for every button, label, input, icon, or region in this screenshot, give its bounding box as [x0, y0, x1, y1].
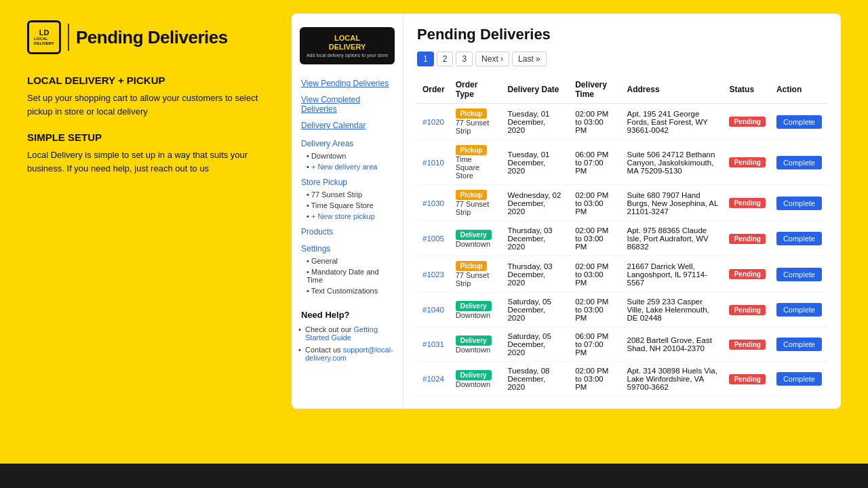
- cell-time: 02:00 PM to 03:00 PM: [570, 293, 621, 327]
- cell-status: Pending: [724, 185, 770, 222]
- cell-order: #1005: [417, 222, 450, 256]
- cell-time: 02:00 PM to 03:00 PM: [570, 185, 621, 222]
- type-badge: Delivery: [456, 336, 492, 346]
- cell-date: Saturday, 05 December, 2020: [502, 293, 570, 327]
- status-badge: Pending: [729, 198, 765, 208]
- table-row: #1005 Delivery Downtown Thursday, 03 Dec…: [417, 222, 827, 256]
- cell-address: Apt. 314 30898 Huels Via, Lake Winfordsh…: [622, 362, 724, 396]
- col-order: Order: [417, 76, 450, 104]
- pagination: 1 2 3 Next › Last »: [417, 52, 827, 66]
- type-location: 77 Sunset Strip: [456, 200, 490, 216]
- cell-type: Pickup Time Square Store: [450, 140, 502, 185]
- complete-button[interactable]: Complete: [776, 268, 822, 281]
- order-link[interactable]: #1020: [422, 118, 444, 126]
- cell-order: #1020: [417, 104, 450, 140]
- cell-action: Complete: [771, 362, 827, 396]
- col-address: Address: [622, 76, 724, 104]
- help-item-contact: Contact us support@local-delivery.com: [301, 346, 393, 362]
- cell-time: 02:00 PM to 03:00 PM: [570, 362, 621, 396]
- complete-button[interactable]: Complete: [776, 338, 822, 351]
- sidebar-item-new-store-pickup: • + New store pickup: [292, 211, 403, 222]
- cell-action: Complete: [771, 140, 827, 185]
- order-link[interactable]: #1030: [422, 199, 444, 207]
- section-title-2: SIMPLE SETUP: [27, 131, 271, 143]
- table-row: #1040 Delivery Downtown Saturday, 05 Dec…: [417, 293, 827, 327]
- page-btn-1[interactable]: 1: [417, 52, 434, 66]
- cell-order: #1040: [417, 293, 450, 327]
- order-link[interactable]: #1031: [422, 340, 444, 348]
- section-simple-setup: SIMPLE SETUP Local Delivery is simple to…: [27, 131, 271, 175]
- order-link[interactable]: #1040: [422, 306, 444, 314]
- cell-address: Suite 506 24712 Bethann Canyon, Jaskolsk…: [622, 140, 724, 185]
- table-row: #1020 Pickup 77 Sunset Strip Tuesday, 01…: [417, 104, 827, 140]
- table-row: #1024 Delivery Downtown Tuesday, 08 Dece…: [417, 362, 827, 396]
- sidebar-section-products[interactable]: Products: [292, 222, 403, 239]
- type-location: Downtown: [456, 346, 490, 354]
- cell-action: Complete: [771, 256, 827, 293]
- sidebar-item-completed-deliveries[interactable]: View Completed Deliveries: [292, 92, 403, 117]
- col-action: Action: [771, 76, 827, 104]
- page-btn-3[interactable]: 3: [456, 52, 473, 66]
- order-link[interactable]: #1024: [422, 375, 444, 383]
- type-location: 77 Sunset Strip: [456, 271, 490, 287]
- sidebar-section-store-pickup[interactable]: Store Pickup: [292, 172, 403, 189]
- sidebar-item-general: • General: [292, 256, 403, 266]
- sidebar-item-delivery-calendar[interactable]: Delivery Calendar: [292, 117, 403, 134]
- order-link[interactable]: #1023: [422, 270, 444, 279]
- sidebar-section-settings[interactable]: Settings: [292, 239, 403, 256]
- complete-button[interactable]: Complete: [776, 303, 822, 317]
- sidebar-item-mandatory-date: • Mandatory Date and Time: [292, 266, 403, 285]
- section-text-1: Set up your shopping cart to allow your …: [27, 92, 271, 118]
- help-section: Need Help? Check out our Getting Started…: [292, 302, 403, 374]
- page-btn-last[interactable]: Last »: [512, 52, 547, 66]
- sidebar-item-pending-deliveries[interactable]: View Pending Deliveries: [292, 75, 403, 92]
- complete-button[interactable]: Complete: [776, 156, 822, 169]
- table-row: #1031 Delivery Downtown Saturday, 05 Dec…: [417, 327, 827, 362]
- sidebar-logo: LOCALDELIVERY Add local delivery options…: [300, 27, 395, 64]
- col-delivery-date: Delivery Date: [502, 76, 570, 104]
- status-badge: Pending: [729, 340, 765, 350]
- order-link[interactable]: #1010: [422, 159, 444, 167]
- complete-button[interactable]: Complete: [776, 232, 822, 245]
- cell-date: Tuesday, 01 December, 2020: [502, 140, 570, 185]
- type-location: Downtown: [456, 240, 490, 248]
- cell-time: 06:00 PM to 07:00 PM: [570, 327, 621, 362]
- right-panel: LOCALDELIVERY Add local delivery options…: [292, 14, 841, 409]
- cell-address: Suite 680 7907 Hand Burgs, New Josephina…: [622, 185, 724, 222]
- complete-button[interactable]: Complete: [776, 372, 822, 386]
- type-badge: Delivery: [456, 301, 492, 311]
- cell-status: Pending: [724, 140, 770, 185]
- cell-order: #1031: [417, 327, 450, 362]
- cell-order: #1024: [417, 362, 450, 396]
- cell-action: Complete: [771, 293, 827, 327]
- type-badge: Delivery: [456, 370, 492, 380]
- type-location: Downtown: [456, 311, 490, 319]
- cell-time: 02:00 PM to 03:00 PM: [570, 104, 621, 140]
- complete-button[interactable]: Complete: [776, 197, 822, 210]
- status-badge: Pending: [729, 157, 765, 167]
- cell-address: Apt. 195 241 George Fords, East Forest, …: [622, 104, 724, 140]
- cell-date: Saturday, 05 December, 2020: [502, 327, 570, 362]
- order-link[interactable]: #1005: [422, 235, 444, 243]
- type-location: Time Square Store: [456, 155, 479, 180]
- page-btn-2[interactable]: 2: [437, 52, 454, 66]
- sidebar-item-sunset-strip: • 77 Sunset Strip: [292, 189, 403, 200]
- cell-order: #1030: [417, 185, 450, 222]
- type-badge: Pickup: [456, 190, 488, 200]
- cell-status: Pending: [724, 362, 770, 396]
- sidebar-logo-sub: Add local delivery options to your store: [305, 53, 389, 58]
- app-title: Pending Deliveries: [76, 27, 228, 48]
- sidebar-section-delivery-areas[interactable]: Delivery Areas: [292, 134, 403, 150]
- cell-address: 2082 Bartell Grove, East Shad, NH 20104-…: [622, 327, 724, 362]
- help-title: Need Help?: [301, 310, 393, 320]
- page-btn-next[interactable]: Next ›: [475, 52, 509, 66]
- section-title-1: LOCAL DELIVERY + PICKUP: [27, 75, 271, 86]
- col-delivery-time: Delivery Time: [570, 76, 621, 104]
- logo-ld-text: LD: [39, 28, 50, 37]
- sidebar-item-downtown: • Downtown: [292, 150, 403, 161]
- status-badge: Pending: [729, 269, 765, 279]
- cell-status: Pending: [724, 256, 770, 293]
- complete-button[interactable]: Complete: [776, 115, 822, 129]
- cell-status: Pending: [724, 104, 770, 140]
- sidebar-item-time-square-store: • Time Square Store: [292, 200, 403, 211]
